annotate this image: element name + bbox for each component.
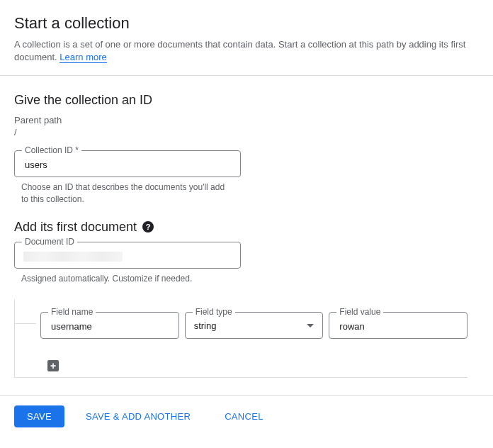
collection-id-heading: Give the collection an ID bbox=[14, 93, 479, 108]
field-row-container: Field name Field type string Field value bbox=[14, 299, 468, 378]
help-icon[interactable]: ? bbox=[142, 221, 154, 233]
field-type-label: Field type bbox=[193, 307, 235, 317]
field-name-field[interactable]: Field name bbox=[40, 312, 179, 339]
document-id-label: Document ID bbox=[22, 237, 77, 247]
save-button[interactable]: SAVE bbox=[14, 405, 64, 427]
add-field-button[interactable] bbox=[47, 360, 59, 371]
page-description: A collection is a set of one or more doc… bbox=[14, 38, 479, 64]
cancel-button[interactable]: CANCEL bbox=[212, 405, 276, 427]
parent-path-label: Parent path bbox=[14, 115, 479, 125]
field-value-field[interactable]: Field value bbox=[329, 312, 468, 339]
collection-id-field[interactable]: Collection ID * bbox=[14, 150, 241, 177]
footer-actions: SAVE SAVE & ADD ANOTHER CANCEL bbox=[0, 395, 493, 437]
field-type-value: string bbox=[194, 320, 307, 331]
field-value-input[interactable] bbox=[338, 320, 458, 332]
page-title: Start a collection bbox=[14, 14, 479, 33]
collection-id-helper: Choose an ID that describes the document… bbox=[21, 181, 234, 206]
document-id-value-redacted bbox=[23, 252, 123, 262]
document-id-helper: Assigned automatically. Customize if nee… bbox=[21, 273, 234, 285]
document-id-field[interactable]: Document ID bbox=[14, 242, 241, 269]
body-section: Give the collection an ID Parent path / … bbox=[0, 76, 493, 377]
field-type-field[interactable]: Field type string bbox=[185, 312, 324, 339]
field-name-input[interactable] bbox=[50, 320, 170, 332]
field-value-label: Field value bbox=[336, 307, 383, 317]
first-document-heading: Add its first document bbox=[14, 220, 137, 235]
parent-path-value: / bbox=[14, 127, 479, 138]
chevron-down-icon bbox=[307, 324, 314, 327]
learn-more-link[interactable]: Learn more bbox=[60, 52, 106, 63]
header-section: Start a collection A collection is a set… bbox=[0, 0, 493, 64]
save-add-another-button[interactable]: SAVE & ADD ANOTHER bbox=[73, 405, 203, 427]
collection-id-input[interactable] bbox=[23, 159, 232, 171]
row-connector bbox=[15, 323, 36, 324]
collection-id-label: Collection ID * bbox=[22, 145, 81, 155]
field-name-label: Field name bbox=[48, 307, 96, 317]
